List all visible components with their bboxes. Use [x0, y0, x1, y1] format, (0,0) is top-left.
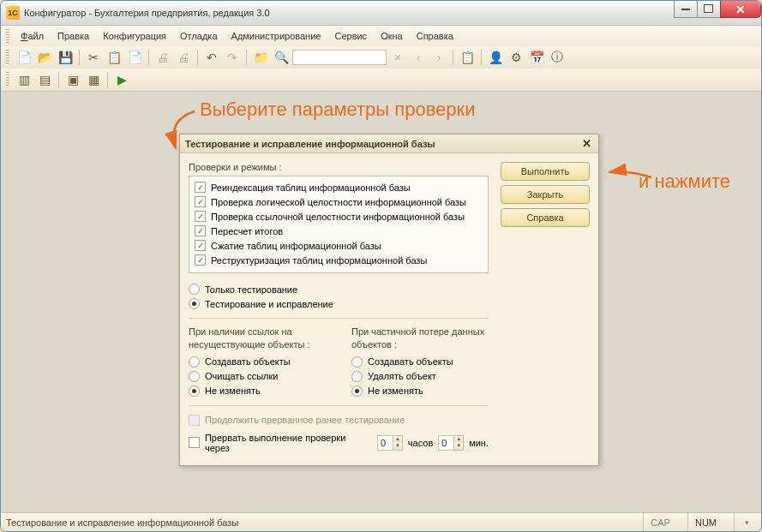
- separator: [246, 50, 247, 65]
- partial-radio-row[interactable]: Не изменять: [351, 384, 489, 398]
- checkbox-icon[interactable]: ✓: [195, 182, 206, 193]
- menu-edit[interactable]: Правка: [51, 28, 95, 44]
- checkbox-icon[interactable]: ✓: [195, 211, 206, 222]
- annotation-top: Выберите параметры проверки: [200, 99, 475, 121]
- restore-button[interactable]: [697, 1, 721, 18]
- radio-icon[interactable]: [189, 356, 200, 368]
- panel2-icon[interactable]: ▤: [35, 70, 54, 89]
- open-icon[interactable]: 📂: [35, 48, 54, 67]
- continue-checkbox-row[interactable]: Продолжить прерванное ранее тестирование: [189, 413, 489, 427]
- cut-icon[interactable]: ✂: [84, 48, 103, 67]
- check-label: Пересчет итогов: [211, 226, 283, 236]
- checks-label: Проверки и режимы :: [189, 162, 489, 172]
- check-row[interactable]: ✓ Сжатие таблиц информационной базы: [195, 238, 483, 253]
- gripper-icon: [6, 29, 9, 43]
- refs-radio-row[interactable]: Не изменять: [189, 384, 326, 398]
- separator: [107, 72, 108, 87]
- checkbox-icon[interactable]: ✓: [195, 196, 206, 207]
- dialog-button-panel: Выполнить Закрыть Справка: [501, 162, 590, 453]
- refs-radio-row[interactable]: Очищать ссылки: [189, 369, 326, 384]
- check-row[interactable]: ✓ Проверка ссылочной целостности информа…: [195, 209, 483, 224]
- menu-file[interactable]: Файл: [15, 28, 50, 44]
- radio-icon[interactable]: [189, 284, 200, 295]
- panel4-icon[interactable]: ▦: [84, 70, 103, 89]
- minimize-button[interactable]: [674, 1, 698, 18]
- help-button[interactable]: Справка: [501, 208, 590, 227]
- check-row[interactable]: ✓ Реиндексация таблиц информационной баз…: [195, 180, 483, 194]
- search-next1-icon[interactable]: ‹: [409, 48, 428, 67]
- calendar-icon[interactable]: 📅: [527, 48, 546, 67]
- radio-label: Не изменять: [368, 386, 423, 396]
- checkbox-icon[interactable]: ✓: [195, 225, 206, 236]
- execute-button[interactable]: Выполнить: [501, 162, 590, 181]
- menu-help[interactable]: Справка: [411, 28, 459, 44]
- run-icon[interactable]: ▶: [112, 70, 131, 89]
- help-icon[interactable]: ⓘ: [548, 48, 567, 67]
- search-next2-icon[interactable]: ›: [429, 48, 448, 67]
- checkbox-icon[interactable]: ✓: [195, 240, 206, 251]
- check-row[interactable]: ✓ Пересчет итогов: [195, 224, 483, 238]
- print-preview-icon[interactable]: 🖨: [174, 48, 193, 67]
- radio-icon[interactable]: [189, 386, 200, 397]
- statusbar: Тестирование и исправление информационно…: [1, 512, 761, 531]
- mode-radio-row[interactable]: Только тестирование: [189, 282, 489, 296]
- dialog-left-panel: Проверки и режимы : ✓ Реиндексация табли…: [189, 162, 489, 453]
- print-icon[interactable]: 🖨: [153, 48, 172, 67]
- dialog-close-button[interactable]: ✕: [579, 137, 593, 151]
- dialog-title: Тестирование и исправление информационно…: [185, 139, 435, 149]
- check-row[interactable]: ✓ Проверка логической целостности информ…: [195, 194, 483, 209]
- window-close-button[interactable]: ✕: [720, 1, 761, 18]
- search-icon[interactable]: 🔍: [272, 48, 291, 67]
- radio-icon[interactable]: [351, 356, 363, 368]
- checkbox-icon[interactable]: ✓: [195, 254, 206, 266]
- radio-label: Тестирование и исправление: [205, 299, 333, 309]
- checkbox-icon[interactable]: [189, 437, 200, 448]
- check-row[interactable]: ✓ Реструктуризация таблиц информационной…: [195, 253, 483, 267]
- app-icon: 1C: [6, 6, 20, 20]
- divider: [189, 318, 489, 319]
- radio-label: Создавать объекты: [368, 356, 453, 367]
- panel3-icon[interactable]: ▣: [63, 70, 82, 89]
- partial-column: При частичной потере данных объектов : С…: [351, 326, 489, 398]
- window-controls: ✕: [675, 1, 761, 18]
- status-dropdown[interactable]: [734, 513, 756, 532]
- user-icon[interactable]: 👤: [486, 48, 505, 67]
- radio-icon[interactable]: [189, 371, 200, 382]
- copy2-icon[interactable]: 📋: [458, 48, 477, 67]
- window-title: Конфигуратор - Бухгалтерия предприятия, …: [24, 8, 270, 18]
- partial-heading: При частичной потере данных объектов :: [351, 326, 489, 351]
- menu-windows[interactable]: Окна: [375, 28, 409, 44]
- app-window: 1C Конфигуратор - Бухгалтерия предприяти…: [0, 0, 762, 532]
- save-icon[interactable]: 💾: [56, 48, 75, 67]
- search-input[interactable]: [292, 50, 387, 65]
- hours-spinner[interactable]: 0 ▲▼: [377, 435, 403, 451]
- test-repair-dialog: Тестирование и исправление информационно…: [179, 134, 599, 466]
- separator: [148, 50, 149, 65]
- syntax-icon[interactable]: ⚙: [507, 48, 525, 67]
- refs-radio-row[interactable]: Создавать объекты: [189, 355, 326, 369]
- menu-admin[interactable]: Администрирование: [225, 28, 327, 44]
- undo-icon[interactable]: ↶: [202, 48, 221, 67]
- copy-icon[interactable]: 📋: [105, 48, 123, 67]
- gripper-icon: [6, 50, 9, 65]
- radio-icon[interactable]: [351, 386, 363, 397]
- partial-radio-row[interactable]: Удалять объект: [351, 369, 489, 384]
- status-cap: CAP: [643, 513, 677, 532]
- panel1-icon[interactable]: ▥: [15, 70, 33, 89]
- new-icon[interactable]: 📄: [15, 48, 33, 67]
- search-prev-icon[interactable]: ×: [388, 48, 407, 67]
- find-icon[interactable]: 📁: [251, 48, 270, 67]
- dialog-titlebar[interactable]: Тестирование и исправление информационно…: [180, 134, 598, 153]
- radio-icon[interactable]: [351, 371, 363, 382]
- menu-config[interactable]: Конфигурация: [97, 28, 172, 44]
- menu-debug[interactable]: Отладка: [174, 28, 223, 44]
- radio-icon[interactable]: [189, 298, 200, 309]
- hours-value: 0: [381, 438, 386, 448]
- menu-service[interactable]: Сервис: [328, 28, 373, 44]
- partial-radio-row[interactable]: Создавать объекты: [351, 355, 489, 369]
- close-button[interactable]: Закрыть: [501, 185, 590, 204]
- mode-radio-row[interactable]: Тестирование и исправление: [189, 296, 489, 311]
- minutes-spinner[interactable]: 0 ▲▼: [438, 435, 464, 451]
- paste-icon[interactable]: 📄: [125, 48, 144, 67]
- redo-icon[interactable]: ↷: [223, 48, 242, 67]
